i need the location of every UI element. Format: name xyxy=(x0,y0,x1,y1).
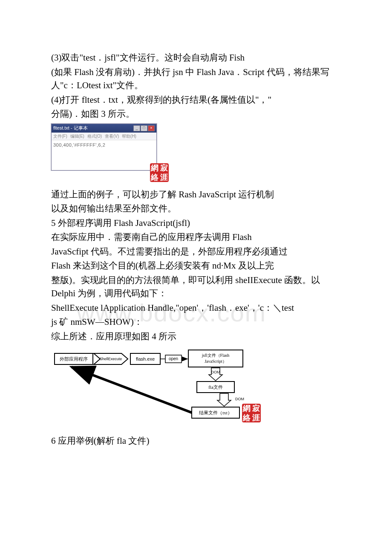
stamp-seal: 網 寂 絡 涯 xyxy=(242,404,261,422)
figure-notepad: fltest.txt - 记事本 _ □ × 文件(F) 编辑(E) 格式(O)… xyxy=(51,124,164,181)
notepad-titlebar: fltest.txt - 记事本 _ □ × xyxy=(52,124,156,133)
window-buttons: _ □ × xyxy=(133,125,155,131)
paragraph: (4)打开 fltest．txt，观察得到的执行结果(各属性值以"，" xyxy=(51,93,341,107)
box-result: 结果文件（txt） xyxy=(199,410,232,415)
paragraph: 通过上面的例子，可以初步了解 Rash JavaScript 运行机制 xyxy=(51,188,341,202)
svg-rect-7 xyxy=(188,350,243,367)
menu-format: 格式(O) xyxy=(87,134,102,139)
stamp-seal: 網 寂 絡 涯 xyxy=(150,163,169,182)
svg-marker-10 xyxy=(217,393,231,406)
paragraph: js 矿 nmSW—SHOW)： xyxy=(51,315,341,329)
maximize-icon: □ xyxy=(141,125,147,131)
arrow-dom-2: DOM xyxy=(235,397,244,401)
menu-file: 文件(F) xyxy=(53,134,67,139)
stamp-char: 涯 xyxy=(251,413,261,422)
menu-view: 查看(V) xyxy=(105,134,119,139)
notepad-content: 300,400,'#FFFFFF',6,2 xyxy=(52,140,156,170)
stamp-char: 寂 xyxy=(159,163,169,173)
box-flash-exe: flash.exe xyxy=(136,356,155,361)
stamp-char: 絡 xyxy=(150,173,159,182)
paragraph: (如果 Flash 没有肩动)．并执行 jsn 中 Flash Java．Scr… xyxy=(51,66,341,92)
box-jsfl-1: jsfl文件（Flash xyxy=(202,353,229,358)
menu-edit: 编辑(E) xyxy=(70,134,84,139)
paragraph: 5 外部程序调用 Flash JavaScript(jsfl) xyxy=(51,217,341,230)
paragraph: 以及如何输出结果至外部文件。 xyxy=(51,202,341,216)
notepad-menubar: 文件(F) 编辑(E) 格式(O) 查看(V) 帮助(H) xyxy=(52,133,156,140)
arrow-dom-1: DOM xyxy=(211,370,220,374)
box-shellexec: ShellExecute xyxy=(100,357,122,361)
stamp-char: 寂 xyxy=(251,404,261,413)
paragraph: 分隔)．如图 3 所示。 xyxy=(51,107,341,121)
paragraph: 在实际应用中．需要南自己的应用程序去调用 Flash xyxy=(51,231,341,244)
box-ext-app: 外部应用程序 xyxy=(60,356,88,361)
document-content: (3)双击"test．jsfl"文件运行。这时会自动肩动 Fish (如果 Fl… xyxy=(51,51,341,448)
paragraph: 6 应用举例(解析 fla 文件) xyxy=(51,434,341,448)
minimize-icon: _ xyxy=(133,125,140,131)
box-jsfl-2: JavaScript） xyxy=(205,359,227,364)
paragraph: Flash 来达到这个目的(机器上必须安装有 nd·Mx 及以上完 xyxy=(51,259,341,273)
paragraph: 整版)。实现此目的的方法很简单，即可以利用 sheIIExecute 函数。以 … xyxy=(51,274,341,301)
paragraph: (3)双击"test．jsfl"文件运行。这时会自动肩动 Fish xyxy=(51,51,341,65)
menu-help: 帮助(H) xyxy=(122,134,136,139)
notepad-title: fltest.txt - 记事本 xyxy=(53,124,88,132)
stamp-char: 網 xyxy=(242,404,251,413)
paragraph: JavaScfipt 代码。不过需要指出的是，外部应用程序必须通过 xyxy=(51,245,341,259)
notepad-window: fltest.txt - 记事本 _ □ × 文件(F) 编辑(E) 格式(O)… xyxy=(51,124,157,171)
box-open: open xyxy=(169,356,178,361)
close-icon: × xyxy=(148,125,155,131)
figure-diagram: 外部应用程序 ShellExecute flash.exe open jsfl文… xyxy=(51,346,260,427)
stamp-char: 絡 xyxy=(242,413,251,422)
stamp-char: 網 xyxy=(150,163,159,173)
flowchart-svg: 外部应用程序 ShellExecute flash.exe open jsfl文… xyxy=(51,346,260,427)
svg-line-12 xyxy=(72,367,192,413)
box-fla: fla文件 xyxy=(208,384,223,390)
stamp-char: 涯 xyxy=(159,173,169,182)
paragraph: ShellExecute lApplication Handle,"open'，… xyxy=(51,301,341,315)
paragraph: 综上所述．应用原理如图 4 所示 xyxy=(51,330,341,344)
